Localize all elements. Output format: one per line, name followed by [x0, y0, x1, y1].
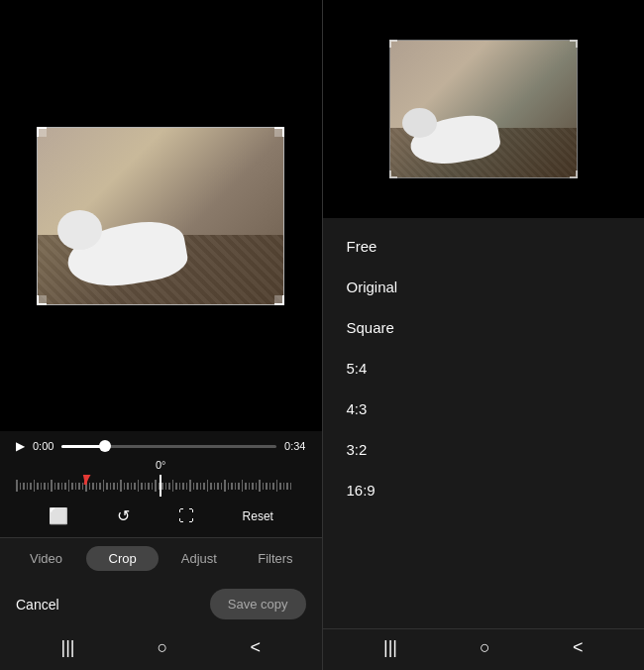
- scrubber-row[interactable]: [16, 475, 306, 497]
- tab-adjust[interactable]: Adjust: [162, 546, 235, 571]
- crop-handle-tr[interactable]: [274, 127, 284, 137]
- crop-tool-icon[interactable]: ⬜: [49, 506, 68, 525]
- aspect-ratio-item-free[interactable]: Free: [323, 226, 645, 267]
- reset-button[interactable]: Reset: [243, 509, 273, 523]
- right-panel: FreeOriginalSquare5:44:33:216:9 ||| ○ <: [323, 0, 645, 670]
- aspect-ratio-list: FreeOriginalSquare5:44:33:216:9: [323, 218, 645, 628]
- nav-back-icon[interactable]: <: [250, 637, 261, 658]
- right-dog-head: [402, 108, 437, 138]
- crop-handle-br[interactable]: [274, 295, 284, 305]
- right-nav-bar: ||| ○ <: [323, 628, 645, 670]
- tab-crop[interactable]: Crop: [86, 546, 159, 571]
- nav-home-icon[interactable]: ○: [158, 637, 168, 658]
- tab-video[interactable]: Video: [10, 546, 82, 571]
- video-thumbnail: [37, 127, 284, 305]
- right-thumbnail-image: [390, 41, 577, 177]
- aspect-ratio-item-16_9[interactable]: 16:9: [323, 470, 645, 510]
- aspect-ratio-item-3_2[interactable]: 3:2: [323, 429, 645, 470]
- seek-bar[interactable]: [61, 445, 276, 448]
- left-panel: ▶ 0:00 0:34 0°: [0, 0, 322, 670]
- current-time: 0:00: [33, 440, 54, 452]
- right-nav-menu-icon[interactable]: |||: [383, 637, 397, 658]
- tab-filters[interactable]: Filters: [239, 546, 311, 571]
- video-preview-area: [0, 0, 322, 431]
- right-thumbnail: [389, 40, 578, 178]
- total-time: 0:34: [284, 440, 305, 452]
- right-nav-back-icon[interactable]: <: [573, 637, 584, 658]
- right-crop-handle-br[interactable]: [570, 170, 578, 178]
- aspect-ratio-item-square[interactable]: Square: [323, 307, 645, 348]
- aspect-ratio-item-original[interactable]: Original: [323, 267, 645, 307]
- crop-handle-bl[interactable]: [37, 295, 47, 305]
- thumbnail-image: [38, 128, 283, 304]
- tabs-bar: Video Crop Adjust Filters: [0, 537, 322, 579]
- rotation-row: 0°: [16, 459, 306, 471]
- scrubber-track[interactable]: [16, 475, 306, 497]
- seek-thumb[interactable]: [99, 440, 111, 452]
- right-crop-handle-tr[interactable]: [570, 40, 578, 48]
- aspect-ratio-item-4_3[interactable]: 4:3: [323, 389, 645, 429]
- cancel-button[interactable]: Cancel: [16, 597, 59, 613]
- timeline-area: ▶ 0:00 0:34 0°: [0, 431, 322, 537]
- rotate-tool-icon[interactable]: ↺: [117, 506, 130, 525]
- nav-menu-icon[interactable]: |||: [61, 637, 75, 658]
- play-button[interactable]: ▶: [16, 439, 25, 453]
- playback-row: ▶ 0:00 0:34: [16, 439, 306, 453]
- right-video-preview: [323, 0, 645, 218]
- right-crop-handle-tl[interactable]: [389, 40, 397, 48]
- rotation-label: 0°: [156, 459, 166, 471]
- scrubber-cursor: [160, 475, 161, 497]
- tools-row: ⬜ ↺ ⛶ Reset: [16, 502, 306, 533]
- dog-head-decoration: [57, 210, 102, 250]
- left-nav-bar: ||| ○ <: [0, 629, 322, 670]
- crop-handle-tl[interactable]: [37, 127, 47, 137]
- save-copy-button[interactable]: Save copy: [210, 589, 306, 619]
- aspect-ratio-item-5_4[interactable]: 5:4: [323, 348, 645, 389]
- action-bar: Cancel Save copy: [0, 579, 322, 629]
- right-nav-home-icon[interactable]: ○: [480, 637, 490, 658]
- right-crop-handle-bl[interactable]: [389, 170, 397, 178]
- flip-tool-icon[interactable]: ⛶: [178, 507, 194, 525]
